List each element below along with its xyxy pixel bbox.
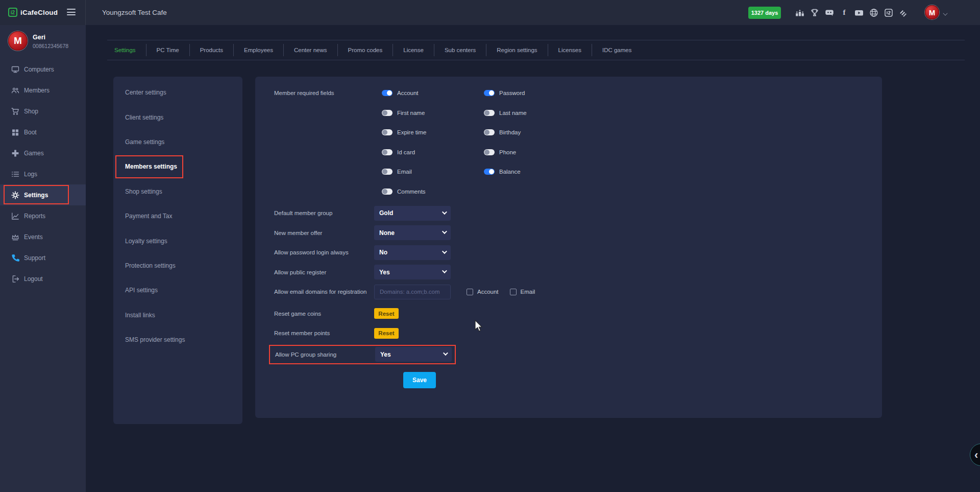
account-toggle[interactable] — [382, 90, 393, 96]
first-name-toggle[interactable] — [382, 110, 393, 116]
license-days-badge[interactable]: 1327 days — [748, 7, 781, 19]
reports-icon — [11, 212, 19, 220]
tab-promo-codes[interactable]: Promo codes — [337, 44, 393, 56]
default-member-group-row: Default member group Gold — [274, 203, 882, 223]
allow-password-login-select[interactable]: No — [374, 245, 451, 260]
chevron-down-icon[interactable] — [943, 11, 947, 15]
sidebar-item-shop[interactable]: Shop — [0, 101, 86, 122]
trophy-icon[interactable] — [810, 8, 819, 17]
globe-icon[interactable] — [869, 8, 878, 17]
brand-zone: i2 iCafeCloud — [0, 0, 86, 25]
last-name-toggle[interactable] — [484, 110, 495, 116]
tab-sub-centers[interactable]: Sub centers — [434, 44, 486, 56]
sidebar-item-reports[interactable]: Reports — [0, 205, 86, 226]
sidebar-item-events[interactable]: Events — [0, 226, 86, 247]
nav-item-label: Center settings — [125, 89, 166, 96]
tab-products[interactable]: Products — [189, 44, 233, 56]
password-toggle[interactable] — [484, 90, 495, 96]
nav-protection-settings[interactable]: Protection settings — [113, 253, 242, 278]
allow-pc-group-sharing-select[interactable]: Yes — [375, 347, 452, 362]
sidebar-item-members[interactable]: Members — [0, 80, 86, 101]
sidebar-item-support[interactable]: Support — [0, 247, 86, 268]
default-member-group-select[interactable]: Gold — [374, 206, 451, 221]
new-member-offer-select[interactable]: None — [374, 225, 451, 240]
select-value: No — [379, 249, 387, 256]
nav-payment-and-tax[interactable]: Payment and Tax — [113, 204, 242, 228]
sidebar-item-logs[interactable]: Logs — [0, 163, 86, 184]
email-domains-input[interactable] — [374, 285, 451, 299]
tab-employees[interactable]: Employees — [233, 44, 283, 56]
sidebar-item-logout[interactable]: Logout — [0, 268, 86, 289]
collapse-panel-button[interactable]: ‹ — [970, 443, 980, 466]
toggle-row-password: Password — [476, 90, 586, 96]
youtube-icon[interactable] — [854, 8, 864, 17]
account-checkbox[interactable] — [467, 289, 473, 295]
shop-icon — [11, 107, 19, 115]
reset-member-points-button[interactable]: Reset — [374, 328, 399, 339]
sidebar-avatar[interactable]: M — [8, 31, 28, 51]
sidebar-item-label: Shop — [24, 108, 38, 115]
nav-item-label: Game settings — [125, 138, 164, 146]
select-value: Yes — [379, 269, 390, 276]
tab-idc-games[interactable]: IDC games — [592, 44, 642, 56]
chevron-left-icon: ‹ — [974, 449, 978, 462]
nav-loyalty-settings[interactable]: Loyalty settings — [113, 228, 242, 253]
computers-icon — [11, 65, 19, 74]
icafecloud-site-icon[interactable] — [884, 8, 893, 17]
toggle-label: Account — [397, 90, 419, 96]
id-card-toggle[interactable] — [382, 149, 393, 155]
sidebar-item-boot[interactable]: Boot — [0, 122, 86, 143]
tab-licenses[interactable]: Licenses — [548, 44, 592, 56]
tab-pc-time[interactable]: PC Time — [146, 44, 189, 56]
user-avatar[interactable]: M — [925, 5, 939, 19]
checkbox-label: Account — [477, 289, 499, 295]
sidebar-item-computers[interactable]: Computers — [0, 59, 86, 80]
email-toggle[interactable] — [382, 169, 393, 175]
allow-public-register-select[interactable]: Yes — [374, 265, 451, 279]
toggle-row-balance: Balance — [476, 169, 586, 175]
balance-toggle[interactable] — [484, 169, 495, 175]
nav-item-label: Protection settings — [125, 262, 176, 269]
tab-region-settings[interactable]: Region settings — [486, 44, 547, 56]
nav-item-label: Payment and Tax — [125, 213, 173, 220]
layers-icon[interactable] — [899, 8, 908, 17]
nav-client-settings[interactable]: Client settings — [113, 105, 242, 129]
nav-sms-provider-settings[interactable]: SMS provider settings — [113, 327, 242, 352]
tab-settings[interactable]: Settings — [107, 44, 146, 56]
save-button[interactable]: Save — [403, 372, 436, 388]
brand-name: iCafeCloud — [20, 0, 58, 25]
toggle-row-expire-time: Expire time — [374, 129, 476, 135]
podium-icon[interactable] — [795, 8, 804, 17]
toggle-label: Password — [499, 90, 525, 96]
sidebar-item-games[interactable]: Games — [0, 143, 86, 163]
nav-install-links[interactable]: Install links — [113, 303, 242, 327]
sidebar-item-label: Reports — [24, 213, 45, 220]
nav-members-settings[interactable]: Members settings — [113, 154, 242, 179]
phone-toggle[interactable] — [484, 149, 495, 155]
comments-toggle[interactable] — [382, 189, 393, 195]
expire-time-toggle[interactable] — [382, 129, 393, 135]
tab-license[interactable]: License — [393, 44, 434, 56]
app-root: i2 iCafeCloud Youngzsoft Test Cafe 1327 … — [0, 0, 980, 492]
discord-icon[interactable] — [825, 8, 834, 17]
email-checkbox-group: Email — [510, 289, 535, 295]
required-fields-grid: Account First name Expire time Id card E… — [374, 83, 586, 201]
settings-section-nav: Center settings Client settings Game set… — [113, 77, 242, 424]
birthday-toggle[interactable] — [484, 129, 495, 135]
checkbox-label: Email — [521, 289, 535, 295]
tab-center-news[interactable]: Center news — [283, 44, 337, 56]
nav-shop-settings[interactable]: Shop settings — [113, 179, 242, 204]
sidebar-item-settings[interactable]: Settings — [0, 184, 86, 205]
hamburger-menu-icon[interactable] — [67, 9, 76, 17]
allow-public-register-row: Allow public register Yes — [274, 263, 882, 283]
reset-game-coins-button[interactable]: Reset — [374, 308, 399, 319]
nav-game-settings[interactable]: Game settings — [113, 130, 242, 154]
nav-item-label: Client settings — [125, 114, 163, 121]
email-checkbox[interactable] — [510, 289, 517, 295]
field-label: Allow password login always — [274, 249, 374, 255]
nav-center-settings[interactable]: Center settings — [113, 80, 242, 105]
nav-api-settings[interactable]: API settings — [113, 278, 242, 302]
nav-item-label: SMS provider settings — [125, 336, 185, 343]
facebook-icon[interactable]: f — [840, 8, 849, 17]
support-icon — [11, 254, 19, 262]
